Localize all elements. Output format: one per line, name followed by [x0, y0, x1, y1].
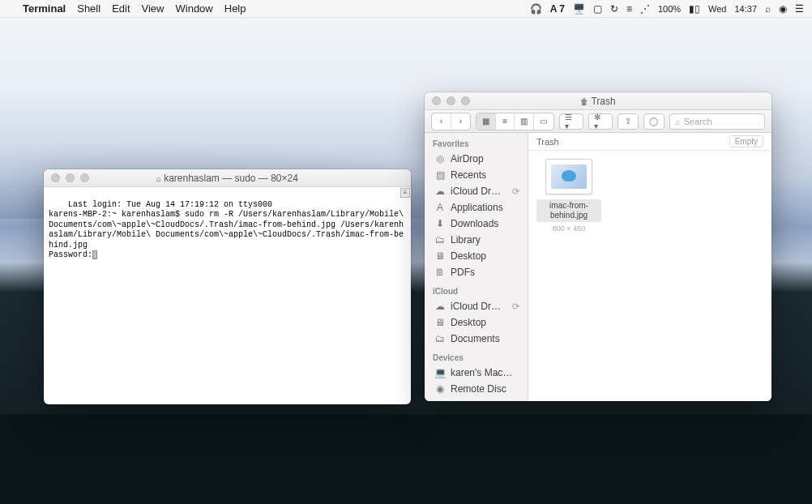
- terminal-cursor: [92, 250, 97, 259]
- finder-titlebar[interactable]: 🗑Trash: [425, 92, 771, 110]
- terminal-line: Password:: [49, 250, 92, 259]
- sidebar-item[interactable]: 💻karen's Mac…: [425, 365, 528, 381]
- sidebar-item-icon: 💻: [434, 367, 446, 378]
- sidebar-header: Favorites: [425, 133, 528, 151]
- column-view-button[interactable]: ▥: [515, 113, 534, 130]
- back-button[interactable]: ‹: [432, 113, 451, 130]
- sidebar-item-label: Applications: [451, 202, 503, 213]
- sidebar-item-label: Desktop: [451, 250, 486, 262]
- headphones-icon[interactable]: 🎧: [530, 3, 542, 15]
- sidebar-item-label: Remote Disc: [451, 383, 506, 395]
- menu-extra-icon[interactable]: ≡: [626, 3, 632, 15]
- sidebar-item-icon: ◉: [434, 383, 446, 395]
- scroll-indicator[interactable]: ≡: [400, 188, 410, 198]
- screencast-icon[interactable]: 🖥️: [573, 3, 585, 15]
- notification-center-icon[interactable]: ☰: [795, 3, 804, 15]
- file-thumbnail[interactable]: [545, 159, 592, 194]
- sidebar-item-icon: 🗎: [434, 267, 446, 278]
- home-folder-icon: ⌂: [156, 174, 161, 183]
- path-location: Trash: [536, 137, 559, 147]
- minimize-button[interactable]: [447, 96, 455, 105]
- spotlight-icon[interactable]: ⌕: [765, 3, 771, 15]
- menu-window[interactable]: Window: [176, 2, 213, 15]
- menu-edit[interactable]: Edit: [112, 2, 130, 15]
- battery-percent[interactable]: 100%: [658, 4, 681, 14]
- forward-button[interactable]: ›: [451, 113, 471, 130]
- sidebar-item-label: iCloud Dr…: [451, 301, 501, 312]
- minimize-button[interactable]: [66, 173, 75, 182]
- share-button[interactable]: ⇪: [618, 113, 639, 130]
- sidebar-item-label: PDFs: [451, 267, 475, 278]
- menu-view[interactable]: View: [142, 2, 165, 15]
- sidebar-item-icon: 🖥: [434, 250, 446, 262]
- terminal-titlebar[interactable]: ⌂karenhaslam — sudo — 80×24: [44, 169, 411, 187]
- sidebar-item-label: Downloads: [451, 218, 498, 229]
- adobe-menu-icon[interactable]: A 7: [550, 3, 565, 15]
- file-name[interactable]: imac-from-behind.jpg: [536, 199, 601, 222]
- app-menu[interactable]: Terminal: [23, 2, 66, 15]
- menubar: Terminal Shell Edit View Window Help 🎧 A…: [0, 0, 812, 18]
- sidebar-item[interactable]: ◎AirDrop: [425, 151, 528, 167]
- view-switcher: ▦ ≡ ▥ ▭: [476, 113, 553, 130]
- sidebar-item[interactable]: 🗂Library: [425, 232, 528, 248]
- sidebar-item[interactable]: 🖥Desktop: [425, 314, 528, 331]
- sidebar-item[interactable]: 🗎PDFs: [425, 264, 528, 280]
- sync-badge-icon: ⟳: [512, 186, 519, 197]
- sidebar-item[interactable]: 🗂Documents: [425, 331, 528, 347]
- close-button[interactable]: [432, 96, 441, 105]
- menu-shell[interactable]: Shell: [77, 2, 100, 15]
- gallery-view-button[interactable]: ▭: [534, 113, 553, 130]
- search-placeholder: Search: [684, 117, 712, 126]
- timemachine-icon[interactable]: ↻: [610, 3, 618, 15]
- menu-help[interactable]: Help: [224, 2, 246, 15]
- nav-buttons: ‹ ›: [431, 113, 471, 130]
- finder-toolbar: ‹ › ▦ ≡ ▥ ▭ ☰ ▾ ✻ ▾ ⇪ ◯ ⌕ Search: [425, 110, 771, 133]
- sidebar-item[interactable]: 🖥Desktop: [425, 248, 528, 264]
- sync-badge-icon: ⟳: [512, 301, 519, 312]
- clock-day[interactable]: Wed: [708, 4, 726, 14]
- zoom-button[interactable]: [461, 96, 470, 105]
- sidebar-item[interactable]: ⬇Downloads: [425, 216, 528, 232]
- path-bar: Trash Empty: [528, 133, 771, 151]
- terminal-body[interactable]: ≡Last login: Tue Aug 14 17:19:12 on ttys…: [44, 187, 411, 404]
- tags-button[interactable]: ◯: [643, 113, 665, 130]
- sidebar-item-label: Library: [451, 234, 481, 246]
- sidebar-header: iCloud: [425, 280, 528, 298]
- airplay-icon[interactable]: ▢: [593, 3, 602, 15]
- sidebar-item-label: Recents: [451, 169, 486, 181]
- sidebar-item-label: karen's Mac…: [451, 367, 512, 378]
- terminal-title: karenhaslam — sudo — 80×24: [164, 173, 298, 184]
- close-button[interactable]: [51, 173, 60, 182]
- search-field[interactable]: ⌕ Search: [669, 113, 765, 130]
- zoom-button[interactable]: [80, 173, 89, 182]
- icon-area[interactable]: imac-from-behind.jpg 800 × 450: [528, 151, 771, 401]
- terminal-line: Last login: Tue Aug 14 17:19:12 on ttys0…: [68, 200, 272, 209]
- action-menu-button[interactable]: ✻ ▾: [588, 113, 613, 130]
- sidebar-item-label: iCloud Dr…: [451, 186, 501, 197]
- sidebar-item-icon: ☁: [434, 186, 446, 197]
- icon-view-button[interactable]: ▦: [477, 113, 496, 130]
- sidebar-item[interactable]: ▤Recents: [425, 167, 528, 183]
- wifi-icon[interactable]: ⋰: [640, 3, 650, 15]
- file-item[interactable]: imac-from-behind.jpg 800 × 450: [536, 159, 601, 233]
- sidebar-item[interactable]: AApplications: [425, 199, 528, 216]
- sidebar-item-icon: ▤: [434, 169, 446, 181]
- sidebar-item[interactable]: ☁iCloud Dr…⟳: [425, 298, 528, 314]
- sidebar-item[interactable]: ☁iCloud Dr…⟳: [425, 183, 528, 199]
- sidebar-item-icon: 🗂: [434, 333, 446, 344]
- siri-icon[interactable]: ◉: [779, 3, 787, 15]
- list-view-button[interactable]: ≡: [496, 113, 515, 130]
- finder-title: Trash: [591, 96, 615, 107]
- clock-time[interactable]: 14:37: [734, 4, 757, 14]
- sidebar-header: Devices: [425, 347, 528, 365]
- terminal-window[interactable]: ⌂karenhaslam — sudo — 80×24 ≡Last login:…: [44, 169, 411, 404]
- sidebar-item-icon: 🗂: [434, 234, 446, 246]
- finder-window[interactable]: 🗑Trash ‹ › ▦ ≡ ▥ ▭ ☰ ▾ ✻ ▾ ⇪ ◯ ⌕ Search …: [425, 92, 771, 401]
- empty-trash-button[interactable]: Empty: [729, 135, 763, 147]
- sidebar-item[interactable]: ◉Remote Disc: [425, 381, 528, 397]
- battery-icon[interactable]: ▮▯: [689, 3, 700, 15]
- sidebar-item-icon: ☁: [434, 301, 446, 312]
- group-by-button[interactable]: ☰ ▾: [559, 113, 584, 130]
- sidebar-item-icon: ◎: [434, 153, 446, 164]
- sidebar-item-icon: ⬇: [434, 218, 446, 229]
